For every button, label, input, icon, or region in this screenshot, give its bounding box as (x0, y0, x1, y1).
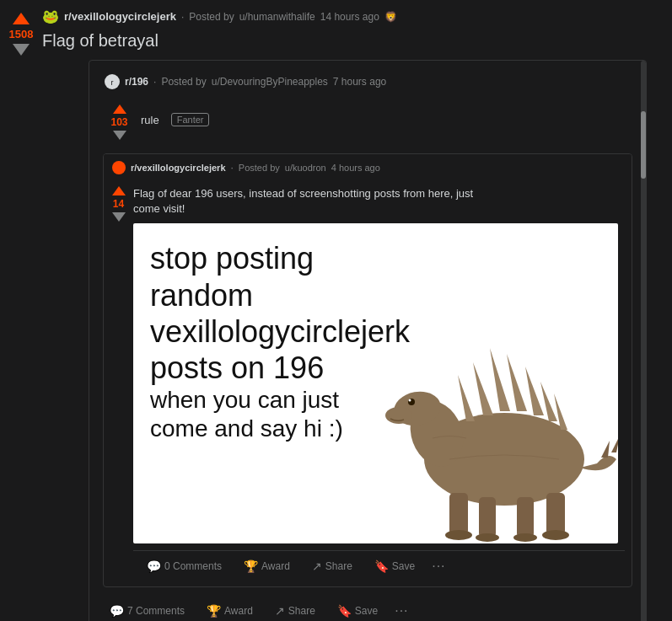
subreddit-avatar: 🐸 (42, 8, 59, 24)
outer-award-icon: 🏆 (207, 604, 221, 618)
rule-label: rule (141, 114, 159, 126)
meme-line3: vexillologycirclejerk (150, 313, 398, 350)
post-content: 🐸 r/vexillologycirclejerk · Posted by u/… (42, 8, 664, 621)
outer-save-label: Save (355, 605, 378, 617)
svg-point-15 (542, 530, 569, 540)
award-emoji: 🦁 (384, 11, 397, 23)
outer-downvote[interactable] (113, 131, 126, 140)
inner-save-label: Save (392, 560, 415, 572)
outer-sub-icon: r (105, 74, 120, 89)
inner-post-text: Flag of dear 196 users, instead of scree… (133, 186, 625, 217)
subreddit-name[interactable]: r/vexillologycirclejerk (64, 10, 176, 23)
inner-more-button[interactable]: ··· (432, 559, 445, 574)
outer-dot-sep: · (153, 76, 156, 88)
posted-by-label: Posted by (189, 11, 234, 23)
inner-award-button[interactable]: 🏆 Award (239, 556, 295, 576)
svg-marker-20 (525, 367, 544, 415)
outer-upvote[interactable] (113, 104, 126, 114)
outer-share-label: Share (288, 605, 315, 617)
outer-comments-label: 7 Comments (127, 605, 185, 617)
inner-post-body: Flag of dear 196 users, instead of scree… (133, 181, 632, 586)
outer-award-button[interactable]: 🏆 Award (202, 601, 258, 621)
outer-award-label: Award (224, 605, 253, 617)
inner-save-button[interactable]: 🔖 Save (369, 556, 420, 576)
outer-save-button[interactable]: 🔖 Save (332, 601, 383, 621)
outer-nested-header: r r/196 · Posted by u/DevouringByPineapp… (96, 67, 639, 96)
inner-time: 4 hours ago (331, 163, 380, 173)
svg-rect-11 (546, 493, 565, 535)
outer-username[interactable]: u/DevouringByPineapples (212, 76, 328, 88)
nested-inner-card: r/vexillologycirclejerk · Posted by u/ku… (103, 153, 632, 587)
inner-sub-name[interactable]: r/vexillologycirclejerk (131, 163, 226, 173)
inner-vote-col: 14 (104, 181, 133, 222)
outer-share-icon: ↗ (275, 604, 285, 618)
main-post: 1508 🐸 r/vexillologycirclejerk · Posted … (0, 0, 672, 621)
time-ago: 14 hours ago (320, 11, 379, 23)
stegosaurus-svg (382, 257, 618, 543)
inner-comments-button[interactable]: 💬 0 Comments (142, 556, 227, 576)
outer-posted-label: Posted by (161, 76, 206, 88)
scrollbar-track[interactable] (641, 61, 646, 621)
inner-comments-label: 0 Comments (164, 560, 222, 572)
meme-image: stop posting random vexillologycirclejer… (133, 223, 618, 543)
svg-rect-8 (449, 493, 468, 535)
meme-line1: stop posting (150, 240, 398, 276)
svg-point-14 (513, 533, 537, 542)
svg-point-13 (476, 533, 499, 542)
inner-upvote[interactable] (112, 186, 126, 195)
svg-rect-10 (517, 497, 534, 538)
svg-marker-16 (458, 375, 475, 421)
upvote-button[interactable] (13, 13, 30, 24)
outer-comment-icon: 💬 (110, 604, 124, 618)
comment-icon: 💬 (147, 559, 161, 573)
meme-text-block: stop posting random vexillologycirclejer… (150, 240, 398, 442)
inner-downvote[interactable] (112, 212, 126, 222)
inner-nested-header: r/vexillologycirclejerk · Posted by u/ku… (104, 154, 632, 181)
scrollbar-thumb (641, 111, 646, 179)
inner-share-button[interactable]: ↗ Share (307, 556, 358, 576)
fanter-tag[interactable]: Fanter (171, 113, 210, 126)
post-title: Flag of betrayal (42, 29, 664, 51)
award-icon: 🏆 (244, 559, 258, 573)
inner-award-label: Award (261, 560, 290, 572)
svg-text:r: r (111, 78, 114, 87)
inner-posted-label: Posted by (239, 163, 280, 173)
inner-action-bar: 💬 0 Comments 🏆 Award ↗ Share (133, 550, 625, 581)
inner-vote-count: 14 (113, 198, 124, 210)
inner-share-label: Share (325, 560, 352, 572)
stegosaurus-image (382, 257, 618, 543)
outer-vote-col: 103 (105, 99, 134, 140)
downvote-button[interactable] (13, 44, 30, 56)
svg-rect-9 (479, 497, 496, 538)
inner-vote-actions: 14 Flag of dear 196 users, instead of sc… (104, 181, 632, 586)
outer-vote-count: 103 (110, 116, 127, 128)
outer-sub-name[interactable]: r/196 (125, 76, 148, 88)
svg-marker-19 (507, 354, 527, 411)
meme-line4: posts on 196 (150, 350, 398, 386)
vote-count: 1508 (9, 28, 34, 40)
outer-time: 7 hours ago (333, 76, 386, 88)
inner-text-line1: Flag of dear 196 users, instead of scree… (133, 187, 473, 200)
save-icon: 🔖 (374, 559, 389, 573)
svg-marker-17 (473, 362, 493, 415)
username[interactable]: u/humanwithalife (239, 11, 315, 23)
outer-comments-button[interactable]: 💬 7 Comments (105, 601, 190, 621)
share-icon: ↗ (312, 559, 322, 573)
meme-line5: when you can just (150, 386, 398, 415)
inner-text-line2: come visit! (133, 202, 185, 215)
main-vote-col: 1508 (0, 8, 42, 621)
nested-outer-card: r r/196 · Posted by u/DevouringByPineapp… (89, 60, 647, 621)
post-meta: 🐸 r/vexillologycirclejerk · Posted by u/… (42, 8, 664, 24)
outer-share-button[interactable]: ↗ Share (270, 601, 320, 621)
inner-sub-avatar (112, 161, 126, 174)
dot-separator: · (181, 11, 184, 23)
meme-line2: random (150, 277, 398, 313)
outer-save-icon: 🔖 (337, 604, 352, 618)
inner-dot-sep: · (231, 162, 234, 174)
svg-point-12 (445, 530, 472, 540)
rule-row: 103 rule Fanter (96, 96, 639, 147)
outer-action-bar: 💬 7 Comments 🏆 Award ↗ Share 🔖 Save ··· (96, 594, 639, 621)
meme-line6: come and say hi :) (150, 415, 398, 443)
outer-more-button[interactable]: ··· (395, 603, 408, 618)
inner-username[interactable]: u/kuodron (285, 163, 326, 173)
